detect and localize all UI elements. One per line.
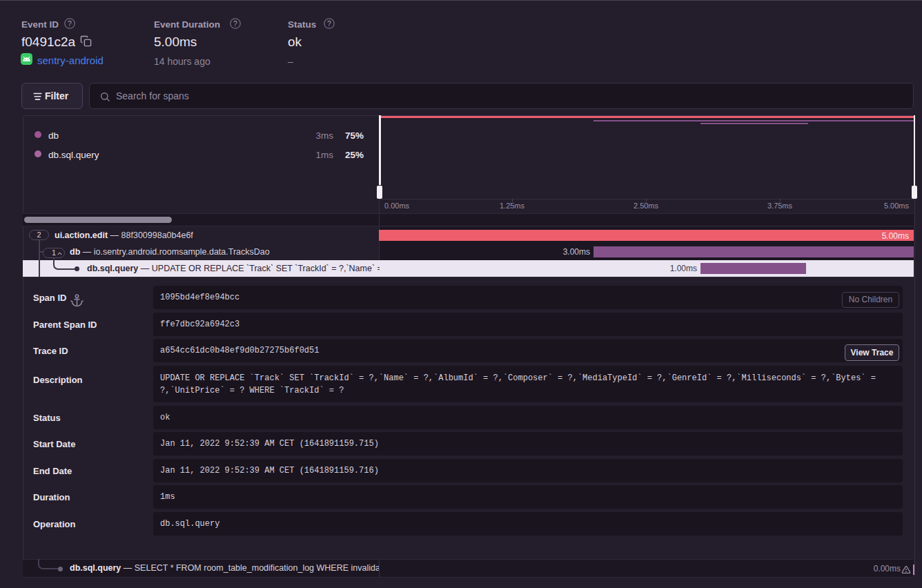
svg-text:?: ?	[68, 19, 72, 28]
svg-text:?: ?	[233, 19, 237, 28]
svg-text:?: ?	[327, 19, 331, 28]
